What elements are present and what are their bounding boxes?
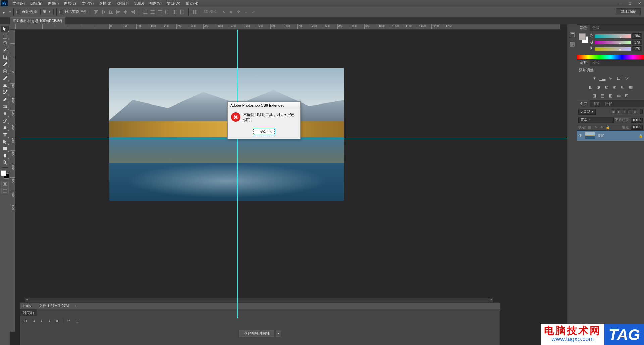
canvas-viewport[interactable]: [15, 30, 567, 332]
move-tool-icon[interactable]: [3, 10, 7, 14]
distribute-bottom-icon[interactable]: [157, 9, 163, 15]
horizontal-ruler[interactable]: 0501001502002503003504004505005506006507…: [15, 24, 560, 30]
move-tool[interactable]: [1, 26, 9, 32]
filter-toggle[interactable]: [640, 109, 643, 114]
b-value[interactable]: 178: [632, 46, 642, 51]
lock-image-icon[interactable]: ✎: [593, 125, 598, 130]
brush-tool[interactable]: [1, 75, 9, 82]
3d-slide-icon[interactable]: ↔: [243, 9, 249, 15]
menu-window[interactable]: 窗口(W): [164, 0, 183, 7]
distribute-vcenter-icon[interactable]: [149, 9, 156, 15]
eyedropper-tool[interactable]: [1, 61, 9, 68]
fill-value[interactable]: 100%: [631, 125, 643, 130]
distribute-left-icon[interactable]: [164, 9, 171, 15]
curves-icon[interactable]: ∿: [607, 75, 614, 81]
foreground-swatch[interactable]: [579, 33, 586, 40]
doc-info[interactable]: 文档:1.27M/1.27M: [39, 303, 69, 308]
minimize-button[interactable]: —: [616, 0, 625, 7]
next-frame-button[interactable]: ▸: [47, 318, 52, 323]
b-slider[interactable]: [595, 47, 631, 51]
type-tool[interactable]: [1, 131, 9, 138]
timeline-tab[interactable]: 时间轴: [20, 309, 37, 316]
distribute-top-icon[interactable]: [142, 9, 149, 15]
menu-view[interactable]: 视图(V): [147, 0, 164, 7]
hand-tool[interactable]: [1, 152, 9, 159]
g-slider[interactable]: [595, 41, 631, 44]
bw-icon[interactable]: ◐: [603, 84, 610, 90]
posterize-icon[interactable]: ▤: [599, 93, 606, 99]
distribute-right-icon[interactable]: [179, 9, 185, 15]
brightness-icon[interactable]: ☀: [591, 75, 598, 81]
color-swatches[interactable]: [1, 170, 9, 179]
filter-shape-icon[interactable]: ▢: [627, 109, 632, 114]
auto-align-icon[interactable]: [191, 9, 198, 15]
3d-scale-icon[interactable]: ⤢: [250, 9, 257, 15]
align-top-icon[interactable]: [93, 9, 99, 15]
menu-select[interactable]: 选择(S): [96, 0, 114, 7]
align-left-icon[interactable]: [115, 9, 121, 15]
3d-drag-icon[interactable]: ✥: [235, 9, 242, 15]
menu-help[interactable]: 帮助(H): [183, 0, 201, 7]
last-frame-button[interactable]: ⏭: [55, 318, 60, 323]
dodge-tool[interactable]: [1, 117, 9, 124]
menu-edit[interactable]: 编辑(E): [28, 0, 45, 7]
horizontal-scrollbar[interactable]: [25, 298, 493, 302]
menu-filter[interactable]: 滤镜(T): [114, 0, 131, 7]
properties-icon[interactable]: [569, 41, 576, 48]
crop-tool[interactable]: [1, 54, 9, 61]
menu-type[interactable]: 文字(Y): [79, 0, 97, 7]
zoom-tool[interactable]: [1, 159, 9, 166]
canvas-image[interactable]: [109, 68, 344, 201]
ok-button[interactable]: 确定↖: [253, 128, 275, 135]
eraser-tool[interactable]: [1, 96, 9, 103]
layer-item-background[interactable]: 👁 背景 🔒: [577, 131, 644, 141]
auto-select-checkbox[interactable]: 自动选择:: [16, 9, 38, 14]
hue-sat-icon[interactable]: ◧: [587, 84, 594, 90]
channels-tab[interactable]: 通道: [590, 100, 602, 107]
layer-thumbnail[interactable]: [585, 132, 595, 139]
vibrance-icon[interactable]: ▽: [623, 75, 630, 81]
photo-filter-icon[interactable]: ◉: [611, 84, 618, 90]
color-spectrum[interactable]: [577, 55, 644, 59]
layer-filter-type[interactable]: ρ 类型: [578, 109, 596, 115]
healing-brush-tool[interactable]: [1, 68, 9, 75]
transition-button[interactable]: ◫: [74, 318, 79, 323]
visibility-icon[interactable]: 👁: [578, 133, 583, 138]
foreground-color[interactable]: [1, 170, 6, 176]
distribute-hcenter-icon[interactable]: [171, 9, 178, 15]
menu-3d[interactable]: 3D(D): [131, 1, 147, 6]
color-balance-icon[interactable]: ◑: [595, 84, 602, 90]
g-value[interactable]: 178: [632, 40, 642, 45]
adjustments-tab[interactable]: 调整: [577, 60, 590, 66]
lock-transparent-icon[interactable]: ▦: [587, 125, 592, 130]
filter-smart-icon[interactable]: ▦: [633, 109, 637, 114]
r-slider[interactable]: [595, 34, 631, 38]
3d-roll-icon[interactable]: ◉: [228, 9, 234, 15]
vertical-ruler[interactable]: 050100150200250300350400450500: [10, 30, 15, 332]
paths-tab[interactable]: 路径: [602, 100, 615, 107]
vertical-guide[interactable]: [237, 30, 238, 318]
maximize-button[interactable]: □: [625, 0, 635, 7]
menu-image[interactable]: 图像(I): [45, 0, 61, 7]
styles-tab[interactable]: 样式: [590, 60, 602, 66]
opacity-value[interactable]: 100%: [631, 118, 643, 123]
first-frame-button[interactable]: ⏮: [23, 318, 28, 323]
gradient-map-icon[interactable]: ▭: [615, 93, 622, 99]
play-button[interactable]: ▸: [39, 318, 44, 323]
lock-all-icon[interactable]: 🔒: [605, 125, 610, 130]
path-selection-tool[interactable]: [1, 138, 9, 145]
channel-mixer-icon[interactable]: ⊞: [619, 84, 626, 90]
zoom-level[interactable]: 100%: [23, 304, 32, 308]
align-bottom-icon[interactable]: [107, 9, 114, 15]
menu-layer[interactable]: 图层(L): [61, 0, 78, 7]
color-swatch[interactable]: [579, 33, 588, 43]
swatches-tab[interactable]: 色板: [590, 25, 602, 31]
clone-stamp-tool[interactable]: [1, 82, 9, 89]
workspace-switcher[interactable]: 基本功能: [616, 8, 641, 15]
filter-adjustment-icon[interactable]: ◐: [616, 109, 621, 114]
layer-name[interactable]: 背景: [597, 133, 637, 138]
marquee-tool[interactable]: [1, 33, 9, 40]
document-tab[interactable]: 图片素材.jpeg @ 100%(RGB/8#): [10, 17, 65, 24]
prev-frame-button[interactable]: ◂: [31, 318, 36, 323]
magic-wand-tool[interactable]: [1, 47, 9, 54]
